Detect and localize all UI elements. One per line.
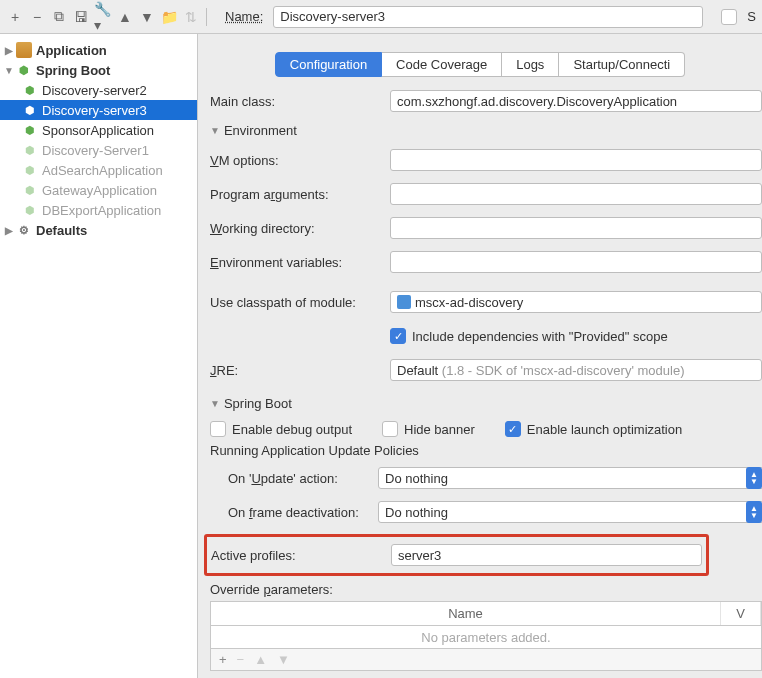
table-down-icon[interactable]: ▼ [277, 652, 290, 667]
spring-leaf-icon: ⬢ [22, 102, 38, 118]
env-vars-input[interactable] [390, 251, 762, 273]
spring-leaf-icon: ⬢ [22, 122, 38, 138]
jre-label: JRE: [210, 363, 390, 378]
enable-debug-checkbox[interactable] [210, 421, 226, 437]
table-up-icon[interactable]: ▲ [254, 652, 267, 667]
working-dir-label: Working directory: [210, 221, 390, 236]
up-icon[interactable]: ▲ [116, 8, 134, 26]
active-profiles-input[interactable] [391, 544, 702, 566]
main-panel: Configuration Code Coverage Logs Startup… [198, 34, 762, 678]
table-header-value[interactable]: V [721, 602, 761, 625]
chevron-updown-icon[interactable]: ▲▼ [746, 467, 762, 489]
on-update-select[interactable]: Do nothing [378, 467, 762, 489]
table-add-icon[interactable]: + [219, 652, 227, 667]
tree-springboot[interactable]: ▼⬢ Spring Boot [0, 60, 197, 80]
env-section-header[interactable]: ▼Environment [210, 123, 762, 138]
on-update-label: On 'Update' action: [210, 471, 378, 486]
tab-configuration[interactable]: Configuration [275, 52, 382, 77]
table-header-name[interactable]: Name [211, 602, 721, 625]
jre-select[interactable]: Default (1.8 - SDK of 'mscx-ad-discovery… [390, 359, 762, 381]
name-label: Name: [225, 9, 263, 24]
vm-options-label: VM options: [210, 153, 390, 168]
spring-leaf-icon: ⬢ [22, 202, 38, 218]
save-config-icon[interactable]: 🖫 [72, 8, 90, 26]
on-frame-select[interactable]: Do nothing [378, 501, 762, 523]
spring-leaf-icon: ⬢ [22, 142, 38, 158]
spring-icon: ⬢ [16, 62, 32, 78]
working-dir-input[interactable] [390, 217, 762, 239]
on-frame-label: On frame deactivation: [210, 505, 378, 520]
tab-logs[interactable]: Logs [502, 52, 559, 77]
gear-icon: ⚙ [16, 222, 32, 238]
table-remove-icon[interactable]: − [237, 652, 245, 667]
main-class-label: Main class: [210, 94, 390, 109]
classpath-module-label: Use classpath of module: [210, 295, 390, 310]
share-checkbox[interactable] [721, 9, 737, 25]
top-toolbar: + − ⧉ 🖫 🔧▾ ▲ ▼ 📁 ⇅ Name: S [0, 0, 762, 34]
include-provided-label: Include dependencies with "Provided" sco… [412, 329, 668, 344]
spring-leaf-icon: ⬢ [22, 82, 38, 98]
tree-item[interactable]: ⬢Discovery-server3 [0, 100, 197, 120]
module-icon [397, 295, 411, 309]
remove-config-icon[interactable]: − [28, 8, 46, 26]
tree-item[interactable]: ⬢AdSearchApplication [0, 160, 197, 180]
tree-item[interactable]: ⬢Discovery-Server1 [0, 140, 197, 160]
classpath-module-select[interactable]: mscx-ad-discovery [390, 291, 762, 313]
active-profiles-highlight: Active profiles: [204, 534, 709, 576]
enable-debug-label: Enable debug output [232, 422, 352, 437]
active-profiles-label: Active profiles: [211, 548, 391, 563]
main-class-input[interactable] [390, 90, 762, 112]
wrench-icon[interactable]: 🔧▾ [94, 8, 112, 26]
config-tree: ▶ Application ▼⬢ Spring Boot ⬢Discovery-… [0, 34, 198, 678]
sort-icon[interactable]: ⇅ [182, 8, 200, 26]
table-empty-message: No parameters added. [211, 626, 761, 648]
add-config-icon[interactable]: + [6, 8, 24, 26]
program-args-input[interactable] [390, 183, 762, 205]
config-name-input[interactable] [273, 6, 703, 28]
tab-startup[interactable]: Startup/Connecti [559, 52, 685, 77]
springboot-section-header[interactable]: ▼Spring Boot [210, 396, 762, 411]
hide-banner-label: Hide banner [404, 422, 475, 437]
folder-icon [16, 42, 32, 58]
tree-item[interactable]: ⬢DBExportApplication [0, 200, 197, 220]
vm-options-input[interactable] [390, 149, 762, 171]
tree-application[interactable]: ▶ Application [0, 40, 197, 60]
override-params-label: Override parameters: [210, 582, 333, 597]
spring-leaf-icon: ⬢ [22, 162, 38, 178]
tab-code-coverage[interactable]: Code Coverage [382, 52, 502, 77]
tree-defaults[interactable]: ▶⚙ Defaults [0, 220, 197, 240]
tree-item[interactable]: ⬢GatewayApplication [0, 180, 197, 200]
program-args-label: Program arguments: [210, 187, 390, 202]
down-icon[interactable]: ▼ [138, 8, 156, 26]
tree-item[interactable]: ⬢SponsorApplication [0, 120, 197, 140]
enable-launch-opt-checkbox[interactable]: ✓ [505, 421, 521, 437]
folder-icon[interactable]: 📁 [160, 8, 178, 26]
share-partial-label: S [747, 9, 756, 24]
spring-leaf-icon: ⬢ [22, 182, 38, 198]
copy-config-icon[interactable]: ⧉ [50, 8, 68, 26]
include-provided-checkbox[interactable]: ✓ [390, 328, 406, 344]
override-params-table: Name V No parameters added. + − ▲ ▼ [210, 601, 762, 671]
policies-header: Running Application Update Policies [210, 443, 762, 458]
chevron-updown-icon[interactable]: ▲▼ [746, 501, 762, 523]
env-vars-label: Environment variables: [210, 255, 390, 270]
hide-banner-checkbox[interactable] [382, 421, 398, 437]
tree-item[interactable]: ⬢Discovery-server2 [0, 80, 197, 100]
tab-bar: Configuration Code Coverage Logs Startup… [198, 34, 762, 89]
enable-launch-opt-label: Enable launch optimization [527, 422, 682, 437]
